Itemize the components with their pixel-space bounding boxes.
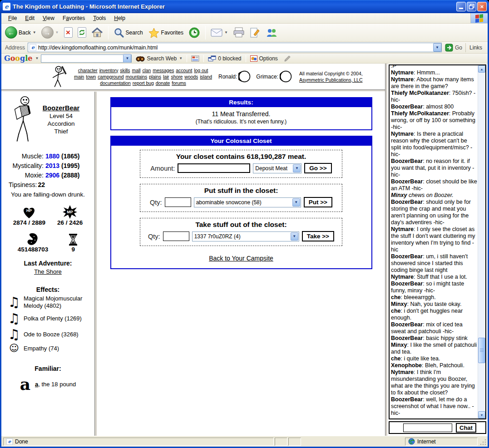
google-search-dropdown-icon[interactable]: ▼: [123, 54, 131, 63]
character-class: Accordion Thief: [42, 120, 80, 135]
chat-sender: che: [391, 294, 404, 300]
chat-message: BoozerBearso i might taste funny, minxy …: [391, 281, 477, 294]
chat-sender: BoozerBear: [391, 103, 426, 110]
print-button[interactable]: [231, 26, 247, 39]
menu-item[interactable]: Favorites: [59, 14, 89, 22]
search-web-dropdown-icon[interactable]: ▼: [179, 56, 183, 60]
nav-link[interactable]: island: [200, 74, 212, 79]
nav-link[interactable]: woods: [184, 74, 198, 79]
google-dropdown-icon[interactable]: ▼: [35, 56, 39, 60]
scroll-down-button[interactable]: ▼: [478, 411, 485, 418]
chat-input[interactable]: [403, 423, 452, 432]
search-icon: [114, 27, 124, 38]
character-name-link[interactable]: BoozerBear: [43, 104, 79, 112]
history-button[interactable]: [187, 26, 202, 39]
go-meat-button[interactable]: Go >>: [304, 163, 331, 173]
nav-link[interactable]: mountains: [126, 74, 148, 79]
copyright-link[interactable]: Asymmetric Publications, LLC: [299, 77, 362, 83]
edit-button[interactable]: [248, 26, 262, 39]
back-to-campsite-link[interactable]: Back to Your Campsite: [209, 255, 273, 262]
take-button[interactable]: Take >>: [302, 231, 334, 241]
put-button[interactable]: Put >>: [304, 197, 332, 207]
scrollbar-thumb[interactable]: [478, 338, 485, 363]
meat-action-select[interactable]: Deposit Meat ▼: [253, 163, 301, 173]
effect-icon: [7, 328, 21, 341]
nav-link[interactable]: town: [86, 74, 96, 79]
menu-item[interactable]: File: [4, 14, 21, 22]
chat-scrollbar[interactable]: ▲ ▼: [478, 65, 485, 418]
stop-button[interactable]: ×: [62, 26, 74, 39]
google-search-input[interactable]: [41, 55, 123, 62]
toolbar-separator: [205, 26, 206, 39]
nav-link[interactable]: lair: [163, 74, 169, 79]
nav-link[interactable]: clan: [142, 68, 151, 73]
address-input[interactable]: [38, 44, 431, 51]
google-logo[interactable]: Google: [4, 54, 32, 63]
popup-blocked-button[interactable]: 0 blocked: [206, 55, 243, 62]
favorites-button[interactable]: Favorites: [146, 26, 185, 39]
menu-item[interactable]: Help: [110, 14, 129, 22]
nav-link[interactable]: main: [74, 74, 84, 79]
chat-sender: BoozerBear: [391, 178, 426, 185]
home-button[interactable]: [89, 26, 105, 39]
links-button[interactable]: Links: [465, 43, 486, 52]
search-button[interactable]: Search: [112, 26, 145, 39]
nav-link[interactable]: forums: [172, 80, 186, 86]
chevron-down-icon[interactable]: ▼: [293, 164, 301, 172]
put-item-select[interactable]: abominable snowcone (58) ▼: [194, 197, 301, 207]
status-panel: [275, 438, 287, 446]
chat-sender: Nytmare: [391, 131, 417, 137]
nav-link[interactable]: skills: [120, 68, 130, 73]
take-section: Take stuff out of the closet: Qty: 1337 …: [140, 218, 342, 246]
mail-button[interactable]: ▼: [209, 28, 230, 38]
options-button[interactable]: Options: [248, 55, 280, 62]
last-adventure-link[interactable]: The Shore: [34, 268, 62, 275]
nav-link[interactable]: donate: [156, 80, 170, 86]
character-level: Level 54: [38, 112, 85, 120]
nav-link[interactable]: shore: [171, 74, 183, 79]
nav-link[interactable]: account: [176, 68, 192, 73]
back-dropdown-icon[interactable]: ▼: [33, 30, 36, 34]
take-item-select[interactable]: 1337 7r0uZ0RZ (4) ▼: [192, 231, 299, 241]
menu-item[interactable]: View: [39, 14, 59, 22]
nav-link[interactable]: campground: [98, 74, 123, 79]
minimize-button[interactable]: [456, 2, 466, 11]
chat-send-button[interactable]: Chat: [456, 423, 476, 433]
refresh-button[interactable]: [76, 26, 88, 39]
search-web-button[interactable]: Search Web ▼: [134, 55, 184, 62]
chat-message: chebleeearrggh.: [391, 294, 477, 301]
nav-link[interactable]: character: [78, 68, 98, 73]
close-button[interactable]: ×: [477, 2, 487, 11]
take-qty-input[interactable]: [163, 231, 189, 241]
back-button[interactable]: ← Back ▼: [3, 25, 38, 39]
address-dropdown-icon[interactable]: ▼: [433, 43, 441, 52]
nav-link[interactable]: mall: [132, 68, 141, 73]
nav-link[interactable]: messages: [153, 68, 174, 73]
news-button[interactable]: [189, 55, 201, 62]
chevron-down-icon[interactable]: ▼: [291, 232, 298, 241]
menu-item[interactable]: Edit: [21, 14, 39, 22]
nav-link[interactable]: documentation: [100, 80, 131, 86]
scroll-up-button[interactable]: ▲: [478, 65, 485, 73]
highlighter-button[interactable]: [282, 55, 293, 62]
messenger-button[interactable]: [264, 26, 279, 39]
chat-text: almost 800: [426, 103, 454, 110]
restore-button[interactable]: [467, 2, 476, 11]
menu-item[interactable]: Tools: [89, 14, 110, 22]
zone-label: Internet: [417, 438, 436, 445]
amount-input[interactable]: [178, 163, 250, 173]
go-button[interactable]: Go: [442, 42, 465, 53]
put-qty-input[interactable]: [165, 197, 191, 207]
effects-heading: Effects:: [1, 286, 94, 293]
nav-link[interactable]: plains: [149, 74, 161, 79]
take-qty-label: Qty:: [148, 233, 160, 240]
chevron-down-icon[interactable]: ▼: [292, 198, 300, 207]
forward-button[interactable]: → ▼: [40, 25, 61, 39]
nav-link[interactable]: report bug: [133, 80, 154, 86]
nav-link[interactable]: inventory: [99, 68, 119, 73]
nav-link[interactable]: log out: [194, 68, 208, 73]
resize-grip[interactable]: [479, 438, 487, 446]
toolbar-separator: [203, 55, 204, 62]
chat-message: Minxychews on Boozer.: [391, 192, 477, 199]
mail-dropdown-icon[interactable]: ▼: [224, 30, 228, 34]
